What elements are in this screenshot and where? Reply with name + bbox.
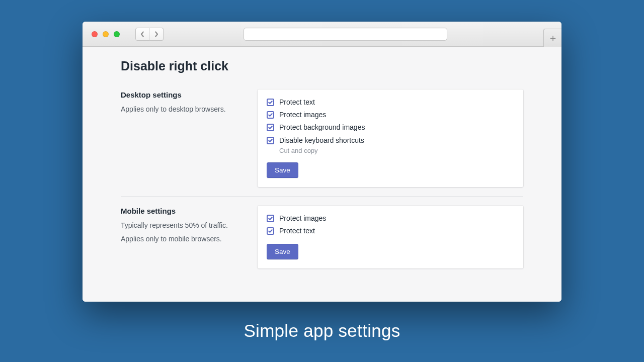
browser-window: ＋ Disable right click Desktop settings A… [83, 22, 561, 302]
checkbox-icon [267, 111, 274, 119]
plus-icon: ＋ [548, 31, 558, 45]
section-mobile-info: Mobile settings Typically represents 50%… [121, 206, 248, 248]
section-mobile-title: Mobile settings [121, 207, 248, 215]
url-bar[interactable] [244, 28, 447, 41]
forward-button[interactable] [149, 28, 164, 41]
checkbox-icon [267, 99, 274, 106]
checkbox-label: Protect background images [279, 123, 365, 132]
checkbox-icon [267, 137, 274, 144]
section-mobile-desc2: Applies only to mobile browsers. [121, 234, 248, 245]
checkbox-icon [267, 227, 274, 235]
checkbox-icon [267, 124, 274, 131]
checkbox-mobile-protect-images[interactable]: Protect images [267, 214, 514, 223]
checkbox-disable-shortcuts[interactable]: Disable keyboard shortcuts [267, 136, 514, 145]
section-desktop-desc: Applies only to desktop browsers. [121, 104, 248, 115]
checkbox-label: Protect images [279, 110, 326, 119]
window-minimize-button[interactable] [103, 31, 109, 37]
section-desktop-title: Desktop settings [121, 90, 248, 99]
page-title: Disable right click [121, 59, 523, 73]
shortcuts-helper-text: Cut and copy [279, 147, 514, 154]
new-tab-button[interactable]: ＋ [543, 29, 561, 47]
desktop-save-button[interactable]: Save [267, 162, 298, 178]
window-maximize-button[interactable] [114, 31, 120, 37]
checkbox-mobile-protect-text[interactable]: Protect text [267, 226, 514, 235]
checkbox-protect-text[interactable]: Protect text [267, 98, 514, 107]
mobile-settings-card: Protect images Protect text Save [258, 206, 523, 268]
section-desktop: Desktop settings Applies only to desktop… [121, 89, 523, 187]
traffic-lights [92, 31, 120, 37]
section-desktop-info: Desktop settings Applies only to desktop… [121, 89, 248, 118]
checkbox-label: Protect text [279, 226, 315, 235]
chevron-right-icon [154, 31, 159, 37]
chevron-left-icon [140, 31, 145, 37]
checkbox-label: Protect images [279, 214, 326, 223]
checkbox-label: Disable keyboard shortcuts [279, 136, 364, 145]
slide-caption: Simple app settings [0, 321, 644, 341]
section-mobile-desc1: Typically represents 50% of traffic. [121, 220, 248, 231]
checkbox-protect-bg-images[interactable]: Protect background images [267, 123, 514, 132]
desktop-settings-card: Protect text Protect images Protect back… [258, 89, 523, 187]
back-button[interactable] [135, 28, 149, 41]
section-mobile: Mobile settings Typically represents 50%… [121, 206, 523, 268]
section-divider [121, 196, 523, 197]
page-content: Disable right click Desktop settings App… [83, 47, 561, 302]
browser-chrome: ＋ [83, 22, 561, 47]
mobile-save-button[interactable]: Save [267, 244, 298, 259]
window-close-button[interactable] [92, 31, 98, 37]
checkbox-icon [267, 215, 274, 222]
checkbox-protect-images[interactable]: Protect images [267, 110, 514, 119]
checkbox-label: Protect text [279, 98, 315, 107]
nav-buttons [135, 28, 164, 41]
